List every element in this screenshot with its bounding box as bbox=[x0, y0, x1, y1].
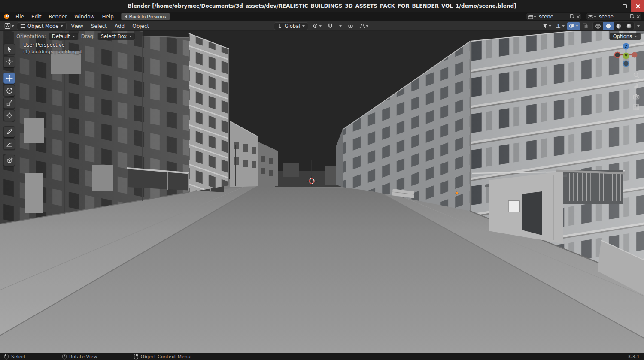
pivot-caret-icon bbox=[319, 25, 322, 27]
tool-measure[interactable] bbox=[3, 139, 15, 150]
menu-help[interactable]: Help bbox=[98, 13, 117, 21]
view-layer-dropdown-caret-icon bbox=[594, 16, 596, 18]
proportional-falloff-dropdown[interactable] bbox=[358, 22, 370, 30]
overlays-icon bbox=[569, 23, 575, 29]
camera-view-button[interactable] bbox=[632, 92, 641, 101]
select-box-icon bbox=[6, 46, 13, 53]
browse-scene-button[interactable] bbox=[528, 14, 536, 19]
proportional-editing-toggle[interactable] bbox=[346, 22, 355, 30]
pan-button[interactable] bbox=[632, 81, 641, 91]
transform-orientation-dropdown[interactable]: Global bbox=[274, 22, 309, 30]
scene-dropdown-caret-icon bbox=[534, 16, 536, 18]
snap-toggle[interactable] bbox=[326, 22, 335, 30]
tool-move[interactable] bbox=[3, 73, 15, 84]
menu-render[interactable]: Render bbox=[45, 13, 70, 21]
mode-dropdown[interactable]: Object Mode bbox=[17, 22, 67, 30]
rotate-icon bbox=[6, 87, 13, 94]
transform-orientation-label: Global bbox=[285, 23, 301, 29]
view-layer-name-field[interactable]: scene bbox=[598, 14, 628, 20]
viewport-nav-buttons bbox=[632, 70, 641, 112]
tool-add-cube[interactable] bbox=[3, 155, 15, 166]
proportional-editing-icon bbox=[348, 23, 353, 29]
filter-funnel-icon bbox=[542, 23, 548, 29]
shading-mode-group bbox=[592, 22, 635, 30]
show-overlays-dropdown[interactable] bbox=[567, 22, 580, 30]
add-cube-icon bbox=[6, 157, 13, 164]
orientation-dd-caret-icon bbox=[73, 36, 75, 37]
remove-view-layer-button[interactable] bbox=[636, 15, 640, 18]
minimize-icon bbox=[610, 6, 614, 6]
minimize-button[interactable] bbox=[605, 0, 618, 12]
scene-name-field[interactable]: scene bbox=[538, 14, 568, 20]
browse-view-layer-button[interactable] bbox=[588, 14, 596, 19]
shading-material-button[interactable] bbox=[614, 22, 624, 30]
pivot-point-icon bbox=[313, 23, 318, 29]
selected-object-origin[interactable] bbox=[456, 192, 458, 194]
scene-selector: scene bbox=[526, 13, 581, 20]
tool-cursor[interactable] bbox=[3, 56, 15, 67]
menu-object[interactable]: Object bbox=[129, 22, 152, 30]
visibility-filter-dropdown[interactable] bbox=[541, 22, 553, 30]
tool-annotate[interactable] bbox=[3, 126, 15, 137]
menu-edit[interactable]: Edit bbox=[28, 13, 45, 21]
editor-type-button[interactable] bbox=[3, 22, 16, 30]
menu-window[interactable]: Window bbox=[71, 13, 98, 21]
snap-settings-dropdown[interactable] bbox=[337, 22, 343, 30]
axis-x-handle[interactable] bbox=[632, 52, 638, 58]
viewport-3d[interactable]: Orientation: Default Drag: Select Box Op… bbox=[0, 31, 644, 353]
tool-transform[interactable] bbox=[3, 110, 15, 121]
back-arrow-icon bbox=[125, 15, 127, 18]
orientation-dropdown[interactable]: Default bbox=[49, 33, 79, 40]
shading-rendered-button[interactable] bbox=[624, 22, 634, 30]
xray-toggle[interactable] bbox=[581, 22, 590, 30]
blender-logo-icon[interactable] bbox=[3, 13, 10, 20]
overlays-caret-icon bbox=[576, 25, 578, 27]
magnifier-icon bbox=[633, 72, 640, 79]
blender-version: 3.3.1 bbox=[628, 354, 640, 360]
viewport-3d-scene[interactable] bbox=[0, 31, 644, 353]
shading-solid-button[interactable] bbox=[603, 22, 614, 30]
solid-sphere-icon bbox=[605, 23, 611, 29]
shading-caret-icon bbox=[637, 25, 640, 27]
wireframe-sphere-icon bbox=[595, 23, 601, 29]
viewport-header-right bbox=[370, 22, 641, 30]
close-icon bbox=[635, 4, 640, 9]
show-gizmo-dropdown[interactable] bbox=[554, 22, 566, 30]
menu-view[interactable]: View bbox=[67, 22, 86, 30]
drag-dd-caret-icon bbox=[129, 36, 132, 37]
add-view-layer-button[interactable] bbox=[630, 14, 635, 20]
back-to-previous-label: Back to Previous bbox=[129, 14, 166, 19]
axis-z-neg-handle[interactable] bbox=[623, 61, 629, 67]
tool-select-box[interactable] bbox=[3, 44, 15, 55]
perspective-toggle-button[interactable] bbox=[632, 103, 641, 112]
menu-add[interactable]: Add bbox=[111, 22, 128, 30]
new-scene-button[interactable] bbox=[570, 14, 574, 20]
material-sphere-icon bbox=[616, 23, 622, 29]
shading-settings-dropdown[interactable] bbox=[635, 22, 641, 30]
navigation-gizmo[interactable]: Z Y bbox=[612, 41, 640, 70]
zoom-button[interactable] bbox=[632, 70, 641, 80]
unlink-scene-button[interactable] bbox=[576, 15, 580, 18]
view-layer-selector: scene bbox=[586, 13, 641, 20]
back-to-previous-button[interactable]: Back to Previous bbox=[121, 13, 170, 20]
menu-file[interactable]: File bbox=[12, 13, 27, 21]
tool-rotate[interactable] bbox=[3, 85, 15, 96]
tool-scale[interactable] bbox=[3, 97, 15, 109]
viewport-header: Object Mode View Select Add Object Globa… bbox=[0, 21, 644, 31]
transform-icon bbox=[6, 112, 13, 119]
axis-x-neg-handle[interactable] bbox=[615, 52, 620, 58]
rendered-sphere-icon bbox=[626, 23, 632, 29]
status-left-mouse: Select bbox=[4, 354, 26, 360]
object-mode-icon bbox=[20, 24, 25, 29]
window-controls bbox=[605, 0, 644, 12]
orientation-caret-icon bbox=[302, 25, 305, 27]
options-dropdown[interactable]: Options bbox=[610, 33, 641, 40]
left-mouse-hint: Select bbox=[11, 354, 26, 360]
pivot-point-dropdown[interactable] bbox=[311, 22, 323, 30]
menu-select[interactable]: Select bbox=[88, 22, 110, 30]
drag-dropdown[interactable]: Select Box bbox=[97, 33, 136, 40]
maximize-button[interactable] bbox=[618, 0, 631, 12]
restore-icon bbox=[623, 4, 627, 8]
shading-wireframe-button[interactable] bbox=[593, 22, 603, 30]
close-button[interactable] bbox=[631, 0, 644, 12]
